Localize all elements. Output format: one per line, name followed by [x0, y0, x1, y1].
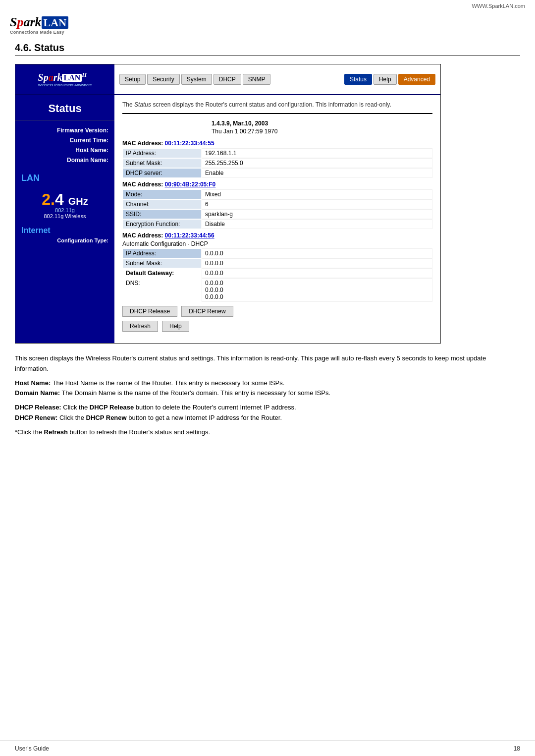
sidebar-lan-label: LAN — [15, 170, 114, 186]
nav-tab-status[interactable]: Status — [344, 74, 372, 85]
internet-mac-label: MAC Address: — [122, 232, 165, 239]
channel-label: Channel: — [122, 199, 202, 209]
wireless-detail-grid: Mode: Mixed Channel: 6 SSID: sparklan-g … — [122, 189, 432, 229]
wireless-mac-header: MAC Address: 00:90:4B:22:05:F0 — [122, 181, 432, 188]
domain-name-bold: Domain Name: — [15, 389, 60, 397]
router-nav-tabs: Setup Security System DHCP SNMP Status H… — [114, 74, 440, 85]
inet-dns-label: DNS: — [122, 278, 202, 302]
host-name-bold: Host Name: — [15, 379, 51, 387]
channel-value: 6 — [202, 199, 432, 209]
wireless-mac-value: 00:90:4B:22:05:F0 — [165, 181, 216, 188]
sidebar-ghz: 2.4 GHz 802.11g 802.11g Wireless — [15, 186, 114, 221]
ghz-dot: 2 — [42, 190, 51, 208]
lan-mac-header: MAC Address: 00:11:22:33:44:55 — [122, 140, 432, 147]
refresh-note-text2: button to refresh the Router's status an… — [68, 428, 210, 436]
website-url: WWW.SparkLAN.com — [472, 3, 525, 9]
sidebar-host-name: Host Name: — [15, 145, 114, 155]
body-para1: This screen displays the Wireless Router… — [15, 353, 520, 374]
footer-right: 18 — [514, 745, 520, 752]
lan-mac-value: 00:11:22:33:44:55 — [165, 140, 214, 147]
help-button[interactable]: Help — [162, 321, 189, 332]
sidebar-domain-name: Domain Name: — [15, 155, 114, 165]
internet-detail-grid: IP Address: 0.0.0.0 Subnet Mask: 0.0.0.0… — [122, 248, 432, 302]
dhcp-buttons-row: DHCP Release DHCP Renew — [122, 306, 432, 317]
lan-detail-grid: IP Address: 192.168.1.1 Subnet Mask: 255… — [122, 148, 432, 178]
logo-tagline: Connections Made Easy — [10, 30, 68, 35]
dns-2: 0.0.0.0 — [205, 287, 429, 293]
nav-tab-system[interactable]: System — [181, 74, 212, 85]
footer-left: User's Guide — [15, 745, 49, 752]
firmware-value: 1.4.3.9, Mar.10, 2003 — [212, 120, 268, 127]
ssid-label: SSID: — [122, 209, 202, 219]
encryption-label: Encryption Function: — [122, 219, 202, 229]
sidebar-internet-label: Internet — [15, 221, 114, 236]
router-logo-cell: SparkLANII Wireless Installment Anywhere — [15, 64, 114, 94]
body-para3: DHCP Release: Click the DHCP Release but… — [15, 403, 520, 423]
dhcp-renew-bold: DHCP Renew: — [15, 414, 57, 421]
router-content: Status Firmware Version: Current Time: H… — [15, 95, 440, 343]
current-time-row: Thu Jan 1 00:27:59 1970 — [122, 128, 432, 135]
firmware-row: 1.4.3.9, Mar.10, 2003 — [122, 120, 432, 127]
inet-gateway-value: 0.0.0.0 — [202, 268, 432, 278]
nav-tab-snmp[interactable]: SNMP — [243, 74, 271, 85]
router-logo: SparkLANII — [38, 71, 92, 82]
router-nav: SparkLANII Wireless Installment Anywhere… — [15, 64, 440, 95]
lan-subnet-label: Subnet Mask: — [122, 158, 202, 168]
dhcp-renew-button[interactable]: DHCP Renew — [181, 306, 233, 317]
lan-dhcp-value: Enable — [202, 168, 432, 178]
ghz-sub1: 802.11g — [15, 207, 114, 213]
lan-mac-label: MAC Address: — [122, 140, 165, 147]
body-para2: Host Name: The Host Name is the name of … — [15, 378, 520, 399]
internet-mac-value: 00:11:22:33:44:56 — [165, 232, 214, 239]
ghz-unit: GHz — [68, 196, 88, 207]
lan-ip-label: IP Address: — [122, 148, 202, 158]
dhcp-renew-bold2: DHCP Renew — [86, 414, 127, 421]
page-content: 4.6. Status SparkLANII Wireless Installm… — [0, 37, 535, 458]
firmware-section: 1.4.3.9, Mar.10, 2003 Thu Jan 1 00:27:59… — [122, 120, 432, 137]
config-type-value: Automatic Configuration - DHCP — [122, 240, 208, 247]
inet-subnet-value: 0.0.0.0 — [202, 258, 432, 268]
config-type-row: Automatic Configuration - DHCP — [122, 240, 432, 247]
lan-dhcp-label: DHCP server: — [122, 168, 202, 178]
dhcp-renew-text2: button to get a new Internet IP address … — [127, 414, 282, 421]
nav-tab-advanced[interactable]: Advanced — [398, 74, 435, 85]
body-text-section: This screen displays the Wireless Router… — [15, 353, 520, 438]
lan-subnet-value: 255.255.255.0 — [202, 158, 432, 168]
refresh-note-text1: *Click the — [15, 428, 44, 436]
router-frame: SparkLANII Wireless Installment Anywhere… — [15, 64, 441, 344]
refresh-help-row: Refresh Help — [122, 321, 432, 332]
sidebar-config-type: Configuration Type: — [15, 236, 114, 245]
lan-section: MAC Address: 00:11:22:33:44:55 IP Addres… — [122, 140, 432, 229]
page-footer: User's Guide 18 — [0, 741, 535, 756]
router-sidebar: Status Firmware Version: Current Time: H… — [15, 95, 114, 343]
nav-tab-security[interactable]: Security — [147, 74, 179, 85]
dns-1: 0.0.0.0 — [205, 280, 429, 287]
nav-tab-help[interactable]: Help — [374, 74, 397, 85]
body-para1-text: This screen displays the Wireless Router… — [15, 354, 486, 372]
nav-tab-dhcp[interactable]: DHCP — [214, 74, 241, 85]
dhcp-release-text2: button to delete the Router's current In… — [134, 404, 296, 411]
dhcp-release-text1: Click the — [61, 404, 90, 411]
domain-name-text: The Domain Name is the name of the Route… — [60, 389, 330, 397]
refresh-button[interactable]: Refresh — [122, 321, 158, 332]
desc-text1: The — [122, 101, 134, 108]
inet-gateway-label: Default Gateway: — [122, 268, 202, 278]
lan-ip-value: 192.168.1.1 — [202, 148, 432, 158]
internet-section: MAC Address: 00:11:22:33:44:56 Automatic… — [122, 232, 432, 302]
ssid-value: sparklan-g — [202, 209, 432, 219]
ghz-sub2: 802.11g Wireless — [15, 213, 114, 219]
router-main: The Status screen displays the Router's … — [114, 95, 440, 343]
wireless-mac-label: MAC Address: — [122, 181, 165, 188]
inet-ip-label: IP Address: — [122, 248, 202, 258]
host-name-text: The Host Name is the name of the Router.… — [51, 379, 284, 387]
desc-italic: Status — [134, 101, 151, 108]
dhcp-release-button[interactable]: DHCP Release — [122, 306, 177, 317]
sparklan-logo: SparkLAN Connections Made Easy — [10, 15, 68, 35]
mode-value: Mixed — [202, 189, 432, 199]
nav-tab-setup[interactable]: Setup — [119, 74, 146, 85]
sidebar-current-time: Current Time: — [15, 135, 114, 145]
page-title: 4.6. Status — [15, 42, 520, 56]
dns-3: 0.0.0.0 — [205, 293, 429, 300]
status-description: The Status screen displays the Router's … — [122, 100, 432, 114]
sidebar-firmware: Firmware Version: — [15, 125, 114, 135]
